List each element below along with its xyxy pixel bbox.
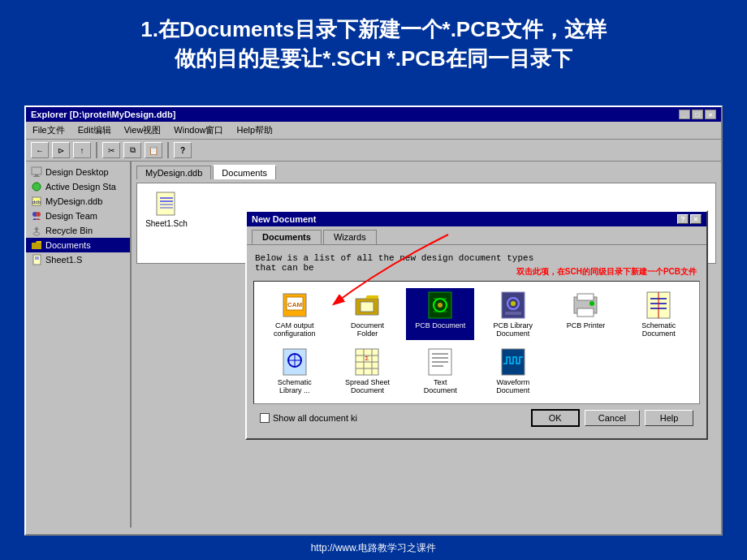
documents-folder-icon (31, 239, 42, 251)
pcb-icon (427, 291, 453, 320)
sidebar-item-team[interactable]: Design Team (26, 209, 130, 223)
svg-rect-31 (577, 294, 594, 300)
svg-point-23 (438, 303, 443, 308)
sidebar-item-ddb[interactable]: ddb MyDesign.ddb (26, 194, 130, 209)
close-button[interactable]: × (705, 110, 716, 119)
minimize-button[interactable]: _ (679, 110, 690, 119)
svg-point-8 (33, 232, 40, 235)
pcbprint-label: PCB Printer (567, 321, 606, 330)
tab-mydesign[interactable]: MyDesign.ddb (136, 166, 211, 179)
sidebar-item-desktop[interactable]: Design Desktop (26, 165, 130, 179)
sidebar-label-team: Design Team (45, 211, 97, 221)
doc-type-waveform[interactable]: WaveformDocument (479, 345, 547, 397)
folder-label: DocumentFolder (351, 321, 384, 338)
main-window: Explorer [D:\protel\MyDesign.ddb] _ □ × … (24, 106, 723, 536)
sidebar-label-documents: Documents (45, 240, 91, 250)
desktop-icon (31, 166, 42, 178)
sidebar-item-recycle[interactable]: Recycle Bin (26, 223, 130, 238)
toolbar-help[interactable]: ? (174, 142, 192, 158)
doc-type-pcblib[interactable]: PCB LibraryDocument (479, 288, 547, 340)
pcblib-icon (500, 291, 526, 320)
checkbox-label: Show all document ki (273, 413, 357, 423)
dialog-tab-wizards[interactable]: Wizards (323, 230, 377, 244)
svg-point-7 (36, 212, 41, 217)
svg-text:ddb: ddb (32, 200, 41, 205)
schlibrary-icon (282, 347, 308, 377)
cancel-button[interactable]: Cancel (585, 410, 640, 426)
svg-point-28 (511, 301, 516, 306)
sidebar-label-recycle: Recycle Bin (45, 226, 93, 235)
svg-rect-32 (577, 308, 594, 317)
doc-type-spreadsheet[interactable]: Σ Spread SheetDocument (334, 345, 402, 397)
tab-documents-label: Documents (222, 168, 267, 178)
menu-edit[interactable]: Edit编辑 (75, 123, 114, 137)
sidebar: Design Desktop Active Design Sta ddb MyD… (26, 162, 132, 528)
dialog-footer: Show all document ki OK Cancel Help (253, 404, 700, 432)
toolbar-back[interactable]: ← (31, 142, 49, 158)
menu-help[interactable]: Help帮助 (233, 123, 276, 137)
svg-rect-0 (32, 167, 41, 174)
menu-bar: File文件 Edit编辑 View视图 Window窗口 Help帮助 (26, 122, 721, 140)
tab-documents[interactable]: Documents (213, 165, 276, 179)
main-content: MyDesign.ddb Documents Sheet1.Sch (132, 162, 721, 528)
menu-view[interactable]: View视图 (121, 123, 165, 137)
svg-point-33 (589, 301, 594, 306)
menu-file[interactable]: File文件 (29, 123, 68, 137)
doc-type-schematic[interactable]: SchematicDocument (624, 288, 693, 340)
document-type-grid: CAM CAM outputconfiguration Document (253, 281, 700, 404)
sidebar-item-sheet[interactable]: Sheet1.S (26, 252, 130, 267)
doc-type-text[interactable]: TextDocument (406, 345, 474, 397)
doc-type-folder[interactable]: DocumentFolder (334, 288, 402, 340)
doc-type-cam[interactable]: CAM CAM outputconfiguration (261, 288, 329, 340)
text-icon (427, 347, 453, 377)
dialog-question-button[interactable]: ? (677, 214, 689, 224)
doc-type-pcb[interactable]: PCB Document (406, 288, 474, 340)
pcb-label: PCB Document (415, 321, 465, 330)
spreadsheet-icon: Σ (354, 347, 380, 377)
toolbar-cut[interactable]: ✂ (102, 142, 120, 158)
sidebar-item-documents[interactable]: Documents (26, 238, 130, 252)
help-button[interactable]: Help (645, 410, 693, 426)
show-all-checkbox[interactable] (260, 413, 270, 423)
doc-folder-icon (354, 291, 380, 320)
cam-label: CAM outputconfiguration (274, 321, 316, 338)
sidebar-item-active[interactable]: Active Design Sta (26, 179, 130, 194)
sheet1-icon (155, 192, 178, 218)
ddb-icon: ddb (31, 196, 42, 207)
schlibrary-label: SchematicLibrary ... (278, 378, 312, 394)
doc-type-pcbprint[interactable]: PCB Printer (552, 288, 620, 340)
toolbar-copy[interactable]: ⧉ (123, 142, 141, 158)
ok-button[interactable]: OK (531, 409, 580, 427)
svg-rect-9 (33, 255, 41, 265)
toolbar-sep2 (167, 142, 169, 158)
dialog-content: Below is a list of all the new design do… (247, 244, 706, 438)
toolbar-forward[interactable]: ⊳ (52, 142, 70, 158)
waveform-icon (500, 347, 526, 377)
dialog-titlebar-buttons: ? × (677, 214, 702, 224)
bottom-watermark: http://www.电路教学习之课件 (0, 541, 747, 555)
toolbar-sep1 (96, 142, 97, 158)
pcbprint-icon (572, 291, 598, 320)
doc-item-sheet1[interactable]: Sheet1.Sch (142, 188, 191, 231)
doc-type-schlibrary[interactable]: SchematicLibrary ... (261, 345, 329, 397)
svg-point-3 (32, 183, 41, 191)
schematic-label: SchematicDocument (641, 321, 676, 338)
sidebar-label-active: Active Design Sta (45, 182, 116, 192)
title-line2: 做的目的是要让*.SCH *.PCB在同一目录下 (32, 44, 715, 73)
tabs-row: MyDesign.ddb Documents (132, 162, 721, 179)
spreadsheet-label: Spread SheetDocument (345, 378, 390, 394)
toolbar: ← ⊳ ↑ ✂ ⧉ 📋 ? (26, 140, 721, 162)
toolbar-up[interactable]: ↑ (73, 142, 91, 158)
active-icon (31, 181, 42, 192)
sidebar-label-ddb: MyDesign.ddb (45, 196, 102, 206)
menu-window[interactable]: Window窗口 (171, 123, 227, 137)
titlebar-buttons: _ □ × (679, 110, 716, 119)
dialog-tab-documents[interactable]: Documents (252, 230, 322, 244)
maximize-button[interactable]: □ (692, 110, 703, 119)
annotation-text: 双击此项，在SCH的同级目录下新建一个PCB文件 (516, 266, 697, 278)
title-area: 1.在Documents目录下新建一个*.PCB文件，这样 做的目的是要让*.S… (0, 0, 747, 82)
sidebar-label-desktop: Design Desktop (45, 167, 109, 177)
toolbar-paste[interactable]: 📋 (145, 142, 162, 158)
dialog-close-button[interactable]: × (690, 214, 702, 224)
text-label: TextDocument (424, 378, 457, 394)
